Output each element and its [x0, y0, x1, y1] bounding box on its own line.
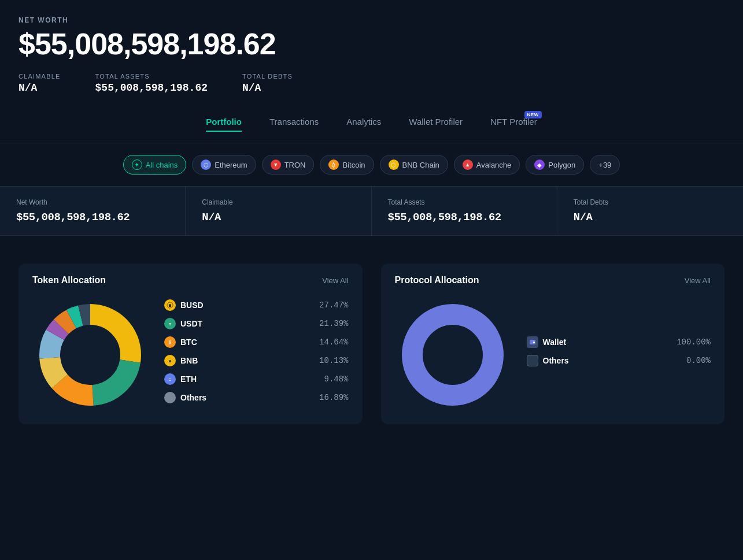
- protocol-allocation-header: Protocol Allocation View All: [395, 275, 711, 285]
- tab-portfolio[interactable]: Portfolio: [206, 117, 242, 131]
- token-donut-svg: [32, 297, 148, 413]
- chain-avalanche[interactable]: ▲ Avalanche: [454, 155, 520, 175]
- total-assets-stat: TOTAL ASSETS $55,008,598,198.62: [95, 73, 208, 94]
- tab-wallet-profiler[interactable]: Wallet Profiler: [409, 117, 463, 131]
- wallet-legend-icon: [527, 336, 538, 348]
- bnb-pct: 10.13%: [319, 356, 348, 365]
- bnb-label: BNB Chain: [402, 161, 439, 169]
- stats-claimable-value: N/A: [202, 211, 354, 224]
- protocol-allocation-content: Wallet 100.00% Others 0.00%: [395, 297, 711, 413]
- claimable-label: CLAIMABLE: [19, 73, 61, 80]
- bitcoin-label: Bitcoin: [342, 161, 365, 169]
- eth-pct: 9.48%: [324, 374, 348, 384]
- wallet-name: Wallet: [543, 338, 672, 347]
- stats-card-net-worth: Net Worth $55,008,598,198.62: [0, 187, 186, 235]
- total-debts-value: N/A: [242, 82, 293, 94]
- stats-card-total-assets: Total Assets $55,008,598,198.62: [372, 187, 557, 235]
- protocol-allocation-card: Protocol Allocation View All Wallet 100.…: [381, 264, 725, 424]
- legend-usdt: T USDT 21.39%: [164, 318, 349, 329]
- protocol-others-name: Others: [543, 356, 682, 365]
- total-assets-value: $55,008,598,198.62: [95, 82, 208, 94]
- tab-analytics[interactable]: Analytics: [346, 117, 381, 131]
- others-icon: [164, 392, 176, 403]
- svg-rect-21: [533, 342, 535, 343]
- protocol-donut-svg: [395, 297, 511, 413]
- chain-more[interactable]: +39: [590, 155, 620, 175]
- protocol-allocation-view-all[interactable]: View All: [685, 276, 711, 285]
- token-allocation-content: B BUSD 27.47% T USDT 21.39% ₿ BTC: [32, 297, 349, 413]
- total-debts-label: TOTAL DEBTS: [242, 73, 293, 80]
- tab-nft-profiler-wrapper: NFT Profiler NEW: [490, 117, 537, 131]
- polygon-icon: ◆: [534, 160, 545, 170]
- chain-all[interactable]: ✦ All chains: [123, 155, 187, 175]
- token-donut-chart: [32, 297, 148, 413]
- tab-transactions[interactable]: Transactions: [269, 117, 319, 131]
- tron-icon: ▼: [271, 160, 281, 170]
- usdt-icon: T: [164, 318, 176, 329]
- others-pct: 16.89%: [319, 393, 348, 402]
- header-stats: CLAIMABLE N/A TOTAL ASSETS $55,008,598,1…: [19, 73, 724, 94]
- legend-others: Others 16.89%: [164, 392, 349, 403]
- legend-busd: B BUSD 27.47%: [164, 299, 349, 311]
- polygon-label: Polygon: [548, 161, 575, 169]
- legend-protocol-others: Others 0.00%: [527, 355, 711, 366]
- protocol-others-icon: [527, 355, 538, 366]
- others-name: Others: [180, 393, 315, 402]
- stats-total-assets-label: Total Assets: [388, 198, 541, 206]
- ethereum-label: Ethereum: [215, 161, 247, 169]
- chain-bnb[interactable]: ⬡ BNB Chain: [380, 155, 448, 175]
- legend-bnb: B BNB 10.13%: [164, 355, 349, 366]
- btc-icon: ₿: [164, 336, 176, 348]
- eth-name: ETH: [180, 374, 319, 384]
- stats-total-debts-label: Total Debts: [574, 198, 727, 206]
- btc-pct: 14.64%: [319, 338, 348, 347]
- chain-polygon[interactable]: ◆ Polygon: [526, 155, 584, 175]
- total-debts-stat: TOTAL DEBTS N/A: [242, 73, 293, 94]
- avalanche-icon: ▲: [463, 160, 473, 170]
- protocol-legend: Wallet 100.00% Others 0.00%: [527, 336, 711, 373]
- token-legend: B BUSD 27.47% T USDT 21.39% ₿ BTC: [164, 299, 349, 410]
- svg-point-19: [412, 314, 493, 395]
- bnb-legend-icon: B: [164, 355, 176, 366]
- stats-total-assets-value: $55,008,598,198.62: [388, 211, 541, 224]
- svg-text:Ξ: Ξ: [169, 378, 171, 381]
- tab-nft-profiler[interactable]: NFT Profiler: [490, 117, 537, 131]
- chain-ethereum[interactable]: ⬡ Ethereum: [192, 155, 256, 175]
- chain-bitcoin[interactable]: ₿ Bitcoin: [320, 155, 374, 175]
- bitcoin-icon: ₿: [328, 160, 339, 170]
- busd-icon: B: [164, 299, 176, 311]
- claimable-value: N/A: [19, 82, 61, 94]
- chain-filter: ✦ All chains ⬡ Ethereum ▼ TRON ₿ Bitcoin…: [0, 143, 743, 186]
- nav-tabs: Portfolio Transactions Analytics Wallet …: [0, 105, 743, 143]
- stats-net-worth-label: Net Worth: [16, 198, 169, 206]
- eth-legend-icon: Ξ: [164, 373, 176, 385]
- protocol-allocation-title: Protocol Allocation: [395, 275, 479, 285]
- token-allocation-view-all[interactable]: View All: [322, 276, 348, 285]
- protocol-others-pct: 0.00%: [686, 356, 711, 365]
- bnb-name: BNB: [180, 356, 315, 365]
- protocol-donut-chart: [395, 297, 511, 413]
- busd-name: BUSD: [180, 301, 315, 310]
- stats-total-debts-value: N/A: [574, 211, 727, 224]
- stats-card-claimable: Claimable N/A: [186, 187, 371, 235]
- svg-text:B: B: [169, 359, 172, 363]
- net-worth-label: NET WORTH: [19, 16, 724, 24]
- busd-pct: 27.47%: [319, 301, 348, 310]
- svg-text:B: B: [168, 303, 171, 307]
- total-assets-label: TOTAL ASSETS: [95, 73, 208, 80]
- claimable-stat: CLAIMABLE N/A: [19, 73, 61, 94]
- tron-label: TRON: [284, 161, 306, 169]
- more-chains-label: +39: [598, 161, 611, 169]
- usdt-name: USDT: [180, 319, 315, 328]
- net-worth-value: $55,008,598,198.62: [19, 27, 724, 61]
- btc-name: BTC: [180, 338, 315, 347]
- legend-wallet: Wallet 100.00%: [527, 336, 711, 348]
- avalanche-label: Avalanche: [476, 161, 511, 169]
- ethereum-icon: ⬡: [201, 160, 211, 170]
- token-allocation-card: Token Allocation View All: [19, 264, 363, 424]
- token-allocation-header: Token Allocation View All: [32, 275, 349, 285]
- all-chains-label: All chains: [146, 161, 178, 169]
- usdt-pct: 21.39%: [319, 319, 348, 328]
- stats-claimable-label: Claimable: [202, 198, 354, 206]
- chain-tron[interactable]: ▼ TRON: [262, 155, 315, 175]
